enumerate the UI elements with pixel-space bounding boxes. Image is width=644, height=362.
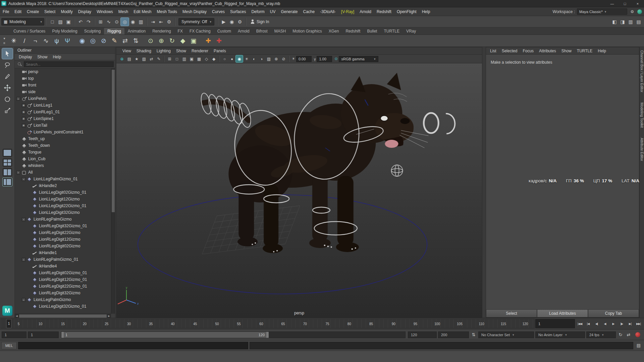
viewport-icon[interactable] bbox=[289, 56, 289, 62]
close-button[interactable]: × bbox=[631, 0, 644, 7]
step-forward-frame-button[interactable]: ▶| bbox=[626, 320, 634, 328]
layout-four-pane-button[interactable] bbox=[3, 159, 12, 167]
character-set-selector[interactable]: No Character Set bbox=[478, 331, 534, 338]
shelf-tab[interactable]: FX Caching bbox=[186, 28, 214, 35]
animation-end-field[interactable]: 200 bbox=[438, 331, 469, 338]
menu-item[interactable]: Generate bbox=[278, 9, 300, 14]
outliner-search-input[interactable] bbox=[24, 61, 114, 67]
new-scene-icon[interactable]: □ bbox=[48, 18, 56, 26]
viewport-menu-item[interactable]: Show bbox=[173, 49, 189, 53]
sidebar-tab[interactable]: Attribute Editor bbox=[640, 138, 644, 161]
expand-toggle-icon[interactable]: + bbox=[22, 124, 25, 127]
menu-item[interactable]: Windows bbox=[94, 9, 116, 14]
outliner-vertical-scrollbar[interactable] bbox=[111, 68, 115, 314]
outliner-item[interactable]: LionLLegDigit02Gizmo_01 bbox=[15, 189, 111, 196]
go-to-start-button[interactable]: |◀◀ bbox=[576, 320, 584, 328]
viewport-menu-item[interactable]: Panels bbox=[211, 49, 229, 53]
gamma-icon[interactable]: γ bbox=[314, 57, 316, 61]
two-d-pan-zoom-icon[interactable]: ⇄ bbox=[148, 55, 155, 62]
expand-toggle-icon[interactable]: - bbox=[22, 298, 25, 302]
status-icon[interactable] bbox=[74, 18, 75, 26]
outliner-item[interactable]: whiskers bbox=[15, 162, 111, 169]
menu-item[interactable]: Arnold bbox=[357, 9, 374, 14]
ik-handle-icon[interactable]: ¬ bbox=[30, 36, 40, 46]
outliner-item[interactable]: LionLLegDigit12Gizmo bbox=[15, 196, 111, 202]
menu-item[interactable]: Mesh Display bbox=[180, 9, 209, 14]
shelf-tab[interactable]: FX bbox=[174, 28, 186, 35]
joint-tool-icon[interactable]: ✳ bbox=[9, 36, 19, 46]
expand-toggle-icon[interactable]: + bbox=[22, 104, 25, 107]
outliner-item[interactable]: - LionPelvis bbox=[15, 95, 111, 102]
command-language-toggle[interactable]: MEL bbox=[1, 342, 17, 349]
menu-item[interactable]: Modify bbox=[58, 9, 75, 14]
outliner-item[interactable]: LionRLegDigit32Gizmo bbox=[15, 290, 111, 296]
camera-attributes-icon[interactable]: ▤ bbox=[126, 55, 133, 62]
viewport-menu-item[interactable]: View bbox=[120, 49, 134, 53]
snap-to-curve-icon[interactable]: ∿ bbox=[105, 18, 113, 26]
exposure-icon[interactable]: ☀ bbox=[292, 57, 295, 61]
shelf-tab[interactable]: Rendering bbox=[149, 28, 174, 35]
playback-end-field[interactable]: 120 bbox=[408, 331, 437, 338]
move-tool-button[interactable] bbox=[2, 82, 13, 93]
shelf-tab[interactable]: Poly Modeling bbox=[49, 28, 80, 35]
detach-skin-icon[interactable]: ⊘ bbox=[99, 36, 109, 46]
save-scene-icon[interactable]: ▣ bbox=[64, 18, 72, 26]
shelf-tab[interactable]: Bullet bbox=[364, 28, 380, 35]
construction-history-icon[interactable]: ⚙ bbox=[165, 18, 173, 26]
menu-item[interactable]: Surfaces bbox=[227, 9, 249, 14]
attribute-editor-menu-item[interactable]: Attributes bbox=[536, 49, 559, 53]
paint-selection-tool-button[interactable] bbox=[2, 71, 13, 82]
orient-constraint-icon[interactable]: ↻ bbox=[167, 36, 177, 46]
shelf-tab[interactable]: Curves / Surfaces bbox=[10, 28, 49, 35]
attribute-editor-toggle-icon[interactable]: ◧ bbox=[610, 18, 619, 26]
go-to-end-button[interactable]: ▶▶| bbox=[634, 320, 643, 328]
sign-in-button[interactable]: Sign In bbox=[248, 19, 272, 24]
shadows-icon[interactable]: ◐ bbox=[251, 55, 258, 62]
menu-item[interactable]: Select bbox=[42, 9, 58, 14]
mirror-skin-weights-icon[interactable]: ⇄ bbox=[120, 36, 130, 46]
layout-outliner-persp-button[interactable] bbox=[3, 178, 12, 186]
render-settings-icon[interactable]: ⚙ bbox=[236, 18, 244, 26]
anti-aliasing-icon[interactable]: ▨ bbox=[265, 55, 272, 62]
shelf-tab[interactable]: TURTLE bbox=[380, 28, 402, 35]
shelf-tab[interactable]: Motion Graphics bbox=[289, 28, 325, 35]
attribute-editor-button[interactable]: Select bbox=[486, 309, 537, 317]
outliner-item[interactable]: + LionRLeg1_01 bbox=[15, 109, 111, 115]
ik-spline-icon[interactable]: ∿ bbox=[41, 36, 51, 46]
status-icon[interactable] bbox=[94, 18, 95, 26]
xray-icon[interactable]: ⊗ bbox=[273, 55, 280, 62]
outliner-item[interactable]: LionLLegDigit22Gizmo_01 bbox=[15, 202, 111, 209]
outliner-item[interactable]: LionLLegDigit32Gizmo bbox=[15, 209, 111, 216]
expand-toggle-icon[interactable]: - bbox=[22, 177, 25, 181]
shelf-icon[interactable] bbox=[199, 36, 203, 46]
layout-single-pane-button[interactable] bbox=[3, 149, 12, 157]
menu-set-selector[interactable]: ▦ Modeling bbox=[1, 18, 44, 25]
make-live-icon[interactable]: ◉ bbox=[129, 18, 137, 26]
point-constraint-icon[interactable]: ⊙ bbox=[146, 36, 156, 46]
viewport-icon[interactable] bbox=[219, 56, 220, 62]
ipr-render-icon[interactable]: ◉ bbox=[228, 18, 236, 26]
shelf-tab[interactable]: Sculpting bbox=[81, 28, 104, 35]
outliner-item[interactable]: LionRLegDigit32Gizmo_01 bbox=[15, 223, 111, 229]
menu-item[interactable]: [V-Ray] bbox=[338, 9, 357, 14]
view-transform-selector[interactable]: sRGB gamma bbox=[339, 56, 378, 62]
open-scene-icon[interactable]: ▧ bbox=[56, 18, 64, 26]
shelf-tab[interactable]: Rigging bbox=[104, 28, 124, 35]
copy-skin-weights-icon[interactable]: ⇅ bbox=[131, 36, 141, 46]
step-back-frame-button[interactable]: |◀ bbox=[584, 320, 592, 328]
lasso-select-tool-button[interactable] bbox=[2, 60, 13, 70]
workspace-panel-toggle-icon[interactable]: ▤ bbox=[635, 18, 643, 26]
textured-icon[interactable]: ◉ bbox=[236, 55, 243, 62]
snap-to-grid-icon[interactable]: ⊞ bbox=[97, 18, 105, 26]
outliner-item[interactable]: LionRLegDigit22Gizmo_01 bbox=[15, 283, 111, 290]
menu-item[interactable]: Create bbox=[24, 9, 42, 14]
viewport-menu-item[interactable]: Shading bbox=[134, 49, 154, 53]
menu-item[interactable]: UV bbox=[267, 9, 278, 14]
shelf-tab[interactable]: Custom bbox=[214, 28, 234, 35]
menu-item[interactable]: Help bbox=[419, 9, 433, 14]
shelf-icon[interactable] bbox=[142, 36, 145, 46]
expand-toggle-icon[interactable]: - bbox=[16, 97, 20, 101]
current-time-field[interactable]: 1 bbox=[535, 319, 575, 328]
outliner-item[interactable]: front bbox=[15, 82, 111, 88]
output-connections-icon[interactable]: ⇤ bbox=[157, 18, 165, 26]
